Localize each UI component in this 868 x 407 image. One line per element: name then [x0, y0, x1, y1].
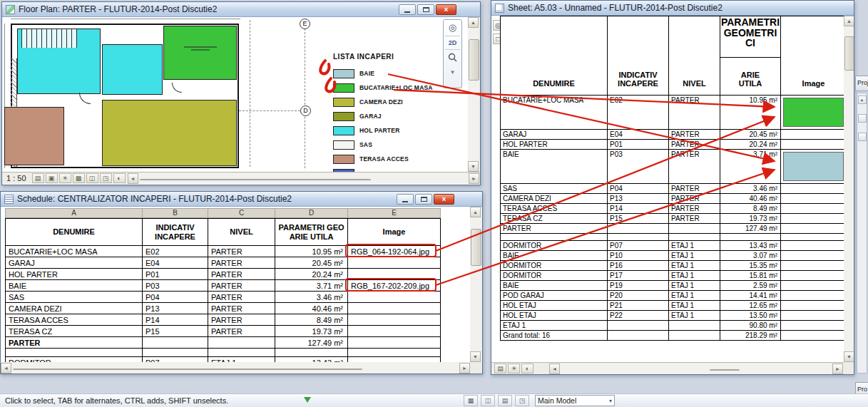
navigation-bar[interactable]: ◎ 2D ▾ — [443, 19, 462, 88]
chevron-down-icon[interactable]: ▾ — [451, 67, 454, 77]
schedule-row[interactable]: CAMERA DEZI P13 PARTER 40.46 m² — [6, 303, 441, 314]
cell-denumire[interactable]: CAMERA DEZI — [6, 303, 143, 314]
cell-denumire[interactable]: HOL PARTER — [6, 269, 143, 280]
cell-image-filename[interactable] — [348, 257, 441, 269]
cell-arie[interactable]: 3.46 m² — [275, 292, 348, 303]
scroll-track[interactable] — [844, 26, 854, 351]
scroll-right-icon[interactable]: ► — [469, 173, 479, 184]
cell-indicativ[interactable]: P14 — [143, 314, 208, 326]
cell-image-filename[interactable] — [348, 303, 441, 314]
floor-plan-canvas[interactable]: E D LISTA INCAPERI BAIE BUCATARIE+LOC MA… — [2, 17, 468, 172]
schedule-row[interactable]: PARTER 127.49 m² — [6, 337, 441, 349]
shadows-icon[interactable]: ▩ — [73, 173, 85, 183]
horizontal-scrollbar[interactable]: ◄ ► — [128, 173, 479, 184]
steering-wheel-icon[interactable]: ◎ — [449, 23, 456, 33]
cell-image-filename[interactable] — [348, 326, 441, 337]
scroll-down-icon[interactable]: ▼ — [844, 351, 854, 362]
schedule-row[interactable]: GARAJ E04 PARTER 20.45 m² — [6, 257, 441, 269]
scroll-thumb[interactable] — [844, 36, 854, 71]
cell-denumire[interactable]: TERASA CZ — [6, 326, 143, 337]
temporary-hide-icon[interactable]: ◐ — [521, 364, 533, 373]
cell-indicativ[interactable]: E04 — [143, 257, 208, 269]
cell-nivel[interactable] — [208, 337, 275, 349]
cell-image-filename[interactable]: RGB_167-202-209.jpg — [348, 280, 441, 292]
scroll-right-icon[interactable]: ► — [459, 363, 470, 373]
cell-indicativ[interactable]: P07 — [143, 357, 208, 362]
schedule-row[interactable]: BUCATARIE+LOC MASA E02 PARTER 10.95 m² R… — [6, 246, 441, 257]
crop-region-icon[interactable]: ◳ — [100, 173, 112, 183]
schedule-row[interactable]: BAIE P03 PARTER 3.71 m² RGB_167-202-209.… — [6, 280, 441, 292]
scroll-thumb[interactable] — [140, 179, 371, 180]
maximize-button[interactable] — [417, 4, 434, 15]
cell-image-filename[interactable] — [348, 269, 441, 280]
cell-image-filename[interactable] — [348, 292, 441, 303]
cell-image-filename[interactable] — [348, 357, 441, 362]
cell-indicativ[interactable] — [143, 337, 208, 349]
cell-indicativ[interactable]: P13 — [143, 303, 208, 314]
column-letter[interactable]: A — [6, 209, 143, 217]
schedule-row[interactable]: SAS P04 PARTER 3.46 m² — [6, 292, 441, 303]
main-model-select[interactable]: Main Model ▾ — [535, 395, 615, 406]
cell-arie[interactable]: 8.49 m² — [275, 314, 348, 326]
cell-denumire[interactable]: PARTER — [6, 337, 143, 349]
zoom-icon[interactable] — [448, 53, 457, 64]
cell-denumire[interactable] — [6, 349, 143, 357]
maximize-button[interactable] — [415, 194, 432, 205]
cell-image-filename[interactable] — [348, 314, 441, 326]
cell-denumire[interactable]: GARAJ — [6, 257, 143, 269]
cell-nivel[interactable]: PARTER — [208, 326, 275, 337]
sun-path-icon[interactable]: ☀ — [59, 173, 71, 183]
cell-denumire[interactable]: BUCATARIE+LOC MASA — [6, 246, 143, 257]
filter-icon[interactable] — [304, 397, 311, 403]
schedule-row[interactable]: TERASA CZ P15 PARTER 19.73 m² — [6, 326, 441, 337]
cell-arie[interactable]: 19.73 m² — [275, 326, 348, 337]
worksets-icon[interactable]: ▦ — [464, 395, 478, 406]
sheet-titlebar[interactable]: Sheet: A5.03 - Unnamed - FLUTUR-2014-Pos… — [491, 1, 854, 16]
scroll-up-icon[interactable]: ▲ — [858, 96, 867, 104]
scroll-up-icon[interactable]: ▲ — [470, 207, 481, 217]
scroll-up-icon[interactable]: ▲ — [468, 17, 479, 28]
schedule-table[interactable]: DENUMIRE INDICATIV INCAPERE NIVEL PARAME… — [5, 218, 441, 362]
detail-level-icon[interactable]: ▤ — [494, 364, 506, 373]
zoom-2d-icon[interactable]: 2D — [445, 36, 460, 50]
cell-arie[interactable]: 40.46 m² — [275, 303, 348, 314]
scroll-down-icon[interactable]: ▼ — [468, 161, 479, 172]
sun-path-icon[interactable]: ☀ — [508, 364, 520, 373]
scroll-left-icon[interactable]: ◄ — [128, 173, 138, 184]
schedule-row[interactable]: TERASA ACCES P14 PARTER 8.49 m² — [6, 314, 441, 326]
visual-style-icon[interactable]: ▣ — [46, 173, 58, 183]
schedule-row[interactable] — [6, 349, 441, 357]
cell-nivel[interactable]: ETAJ 1 — [208, 357, 275, 362]
cell-arie[interactable] — [275, 349, 348, 357]
column-letter-row[interactable]: A B C D E — [5, 208, 441, 218]
column-letter[interactable]: D — [275, 209, 348, 217]
floor-plan-titlebar[interactable]: Floor Plan: PARTER - FLUTUR-2014-Post Di… — [2, 2, 480, 17]
schedule-titlebar[interactable]: Schedule: CENTRALIZATOR INCAPERI - FLUTU… — [1, 192, 482, 207]
detail-level-icon[interactable]: ▤ — [32, 173, 44, 183]
cell-nivel[interactable]: PARTER — [208, 269, 275, 280]
cell-indicativ[interactable]: P01 — [143, 269, 208, 280]
view-scale[interactable]: 1 : 50 — [5, 174, 31, 182]
cell-denumire[interactable]: SAS — [6, 292, 143, 303]
cell-nivel[interactable]: PARTER — [208, 246, 275, 257]
cell-indicativ[interactable] — [143, 349, 208, 357]
temporary-hide-icon[interactable]: ◐ — [113, 173, 126, 183]
horizontal-scrollbar[interactable]: ◄ ► — [549, 364, 843, 374]
cell-arie[interactable]: 3.71 m² — [275, 280, 348, 292]
vertical-scrollbar[interactable]: ▲ ▼ — [470, 207, 482, 362]
cell-image-filename[interactable] — [348, 337, 441, 349]
vertical-scrollbar[interactable]: ▲ ▼ — [844, 16, 854, 362]
cell-denumire[interactable]: TERASA ACCES — [6, 314, 143, 326]
cell-nivel[interactable] — [208, 349, 275, 357]
cell-indicativ[interactable]: P03 — [143, 280, 208, 292]
cell-arie[interactable]: 13.43 m² — [275, 357, 348, 362]
scroll-thumb[interactable] — [471, 229, 481, 266]
project-browser-tab[interactable]: Proj — [855, 76, 868, 91]
minimize-button[interactable] — [397, 194, 414, 205]
panel-button[interactable] — [858, 133, 867, 141]
cell-denumire[interactable]: DORMITOR — [6, 357, 143, 362]
minimize-button[interactable] — [399, 4, 416, 15]
scroll-left-icon[interactable]: ◄ — [1, 363, 11, 373]
cell-indicativ[interactable]: P15 — [143, 326, 208, 337]
scroll-track[interactable] — [468, 28, 480, 161]
